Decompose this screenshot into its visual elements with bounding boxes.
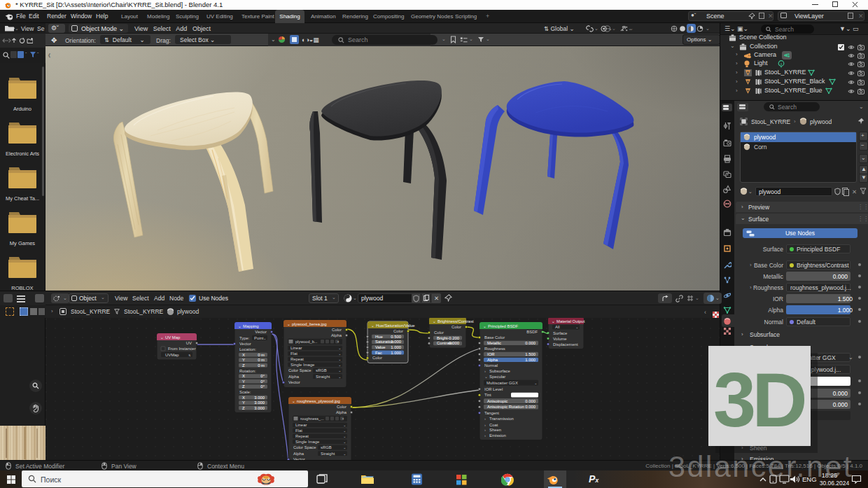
svg-text:›: › — [484, 423, 486, 427]
svg-text:Normal: Normal — [484, 363, 498, 368]
svg-text:Metallic: Metallic — [487, 341, 501, 345]
svg-text:plywood_b...: plywood_b... — [295, 340, 318, 344]
svg-text:×: × — [342, 417, 344, 421]
svg-text:Displacement: Displacement — [553, 342, 578, 347]
svg-text:Specular: Specular — [489, 375, 505, 379]
svg-text:Repeat: Repeat — [290, 357, 304, 361]
svg-text:Color: Color — [451, 325, 461, 329]
svg-text:X: X — [242, 353, 245, 357]
svg-text:1.000: 1.000 — [391, 340, 401, 344]
svg-text:Straight: Straight — [321, 452, 335, 456]
svg-text:0.000: 0.000 — [525, 399, 536, 403]
svg-text:Single Image: Single Image — [295, 440, 320, 444]
svg-text:⌄: ⌄ — [343, 423, 346, 427]
svg-text:Linear: Linear — [295, 423, 307, 427]
svg-text:0 m: 0 m — [258, 363, 265, 368]
svg-text:1.000: 1.000 — [525, 358, 536, 362]
svg-text:Brightness/Contrast: Brightness/Contrast — [438, 319, 474, 323]
svg-text:⌄: ⌄ — [343, 428, 346, 433]
svg-text:0.000: 0.000 — [525, 405, 536, 409]
svg-text:⌄: ⌄ — [343, 445, 346, 449]
svg-text:Z: Z — [242, 384, 245, 389]
svg-text:Subsurface: Subsurface — [489, 369, 511, 373]
svg-text:Color: Color — [434, 330, 444, 335]
svg-text:⌄: ⌄ — [343, 434, 346, 438]
svg-text:Type:: Type: — [239, 336, 250, 340]
svg-text:›: › — [484, 428, 486, 432]
svg-text:⌄: ⌄ — [552, 319, 555, 323]
svg-text:Color Space: Color Space — [293, 445, 316, 449]
svg-text:sRGB: sRGB — [316, 368, 327, 372]
svg-text:BSDF: BSDF — [526, 330, 538, 334]
svg-text:Y: Y — [242, 358, 245, 362]
svg-text:Surface: Surface — [553, 331, 568, 335]
svg-text:Fac: Fac — [375, 351, 382, 355]
svg-text:Tint: Tint — [484, 393, 491, 397]
svg-text:sRGB: sRGB — [321, 445, 332, 449]
svg-text:Point: Point — [254, 336, 264, 340]
svg-text:Location:: Location: — [239, 347, 256, 351]
svg-text:Alpha: Alpha — [331, 333, 342, 337]
svg-text:⌄: ⌄ — [338, 351, 342, 356]
svg-text:Color: Color — [332, 328, 342, 332]
svg-text:Flat: Flat — [295, 428, 302, 433]
svg-text:›: › — [484, 369, 486, 373]
svg-text:From Instancer: From Instancer — [168, 347, 196, 351]
svg-text:⌄: ⌄ — [534, 381, 538, 385]
svg-text:3.000: 3.000 — [254, 406, 265, 410]
svg-text:Principled BSDF: Principled BSDF — [488, 324, 519, 328]
svg-text:Vector: Vector — [288, 380, 300, 384]
svg-text:Anisotropic Rotation: Anisotropic Rotation — [487, 405, 524, 409]
svg-text:plywood_berea.jpg: plywood_berea.jpg — [292, 322, 326, 326]
svg-text:Y: Y — [242, 400, 245, 405]
svg-text:⌄: ⌄ — [263, 336, 267, 340]
svg-text:⌄: ⌄ — [433, 319, 436, 323]
svg-text:⌄: ⌄ — [287, 322, 290, 326]
svg-text:Rotation:: Rotation: — [239, 369, 256, 373]
svg-text:Mapping: Mapping — [243, 324, 259, 328]
svg-text:Alpha: Alpha — [288, 375, 300, 379]
svg-text:Alpha: Alpha — [336, 410, 347, 414]
svg-text:⌄: ⌄ — [338, 368, 342, 372]
svg-text:⌄: ⌄ — [484, 375, 488, 379]
svg-text:IOR Level: IOR Level — [484, 387, 503, 391]
svg-text:Vector: Vector — [255, 330, 267, 334]
svg-text:Hue/Saturation/Value: Hue/Saturation/Value — [376, 323, 415, 328]
svg-text:Material Output: Material Output — [556, 319, 585, 323]
svg-text:⌄: ⌄ — [343, 440, 346, 444]
svg-text:Color: Color — [372, 356, 382, 360]
svg-text:Alpha: Alpha — [487, 358, 498, 362]
svg-text:Tangent: Tangent — [484, 411, 499, 415]
svg-text:Transmission: Transmission — [489, 417, 514, 421]
svg-text:Repeat: Repeat — [295, 434, 309, 438]
svg-text:Multiscatter GGX: Multiscatter GGX — [486, 381, 518, 385]
svg-text:-0.200: -0.200 — [447, 336, 459, 340]
svg-text:Coat: Coat — [489, 423, 498, 427]
svg-text:⌄: ⌄ — [338, 357, 342, 361]
svg-text:All: All — [555, 325, 560, 329]
svg-text:⌄: ⌄ — [338, 346, 342, 350]
svg-text:×: × — [337, 340, 340, 344]
svg-text:Hue: Hue — [375, 335, 384, 339]
svg-text:⌄: ⌄ — [338, 363, 342, 367]
svg-text:Alpha: Alpha — [293, 452, 304, 456]
svg-text:Straight: Straight — [316, 375, 330, 379]
svg-text:⌄: ⌄ — [338, 375, 342, 379]
svg-text:1.500: 1.500 — [525, 352, 536, 356]
svg-text:⌄: ⌄ — [292, 399, 295, 403]
svg-text:3.000: 3.000 — [254, 400, 265, 405]
svg-text:Flat: Flat — [290, 351, 298, 356]
svg-text:Emission: Emission — [489, 433, 506, 438]
svg-text:Scale:: Scale: — [239, 390, 251, 394]
svg-text:Y: Y — [242, 379, 245, 384]
svg-text:Volume: Volume — [553, 337, 567, 341]
svg-text:Color Space: Color Space — [288, 368, 312, 372]
svg-text:3.000: 3.000 — [254, 396, 265, 400]
svg-text:0.000: 0.000 — [449, 341, 459, 345]
svg-text:0°: 0° — [260, 384, 265, 389]
svg-text:Single Image: Single Image — [290, 363, 315, 367]
svg-text:Base Color: Base Color — [484, 335, 505, 340]
svg-text:Z: Z — [242, 363, 245, 368]
svg-text:Color: Color — [393, 329, 403, 333]
svg-text:⌄: ⌄ — [371, 323, 374, 328]
